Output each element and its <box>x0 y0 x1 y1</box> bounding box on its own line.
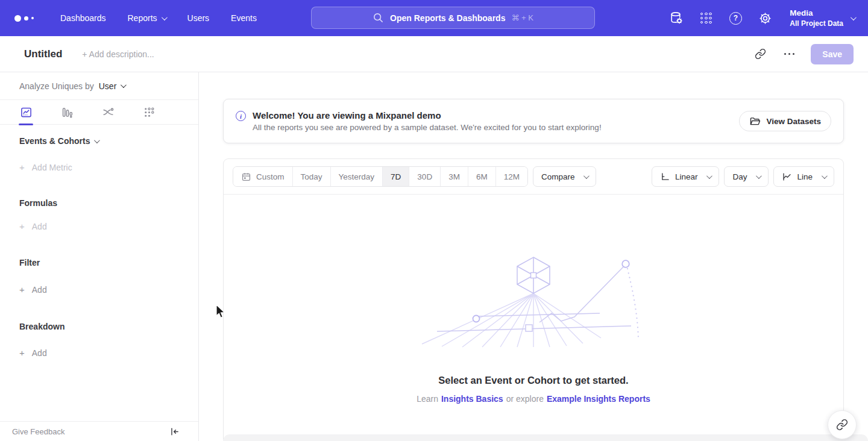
axis-icon <box>660 172 670 182</box>
search-icon <box>373 12 384 23</box>
banner-title: Welcome! You are viewing a Mixpanel demo <box>253 110 602 120</box>
compare-dropdown[interactable]: Compare <box>533 166 597 187</box>
tab-funnels[interactable] <box>60 100 74 125</box>
chevron-down-icon <box>583 173 590 179</box>
nav-users[interactable]: Users <box>187 13 210 23</box>
global-search-input[interactable]: Open Reports & Dashboards ⌘ + K <box>311 7 595 29</box>
folder-icon <box>749 116 761 127</box>
report-canvas: i Welcome! You are viewing a Mixpanel de… <box>199 72 868 441</box>
add-formula-button[interactable]: + Add <box>19 221 198 231</box>
range-custom[interactable]: Custom <box>233 167 292 186</box>
chevron-down-icon <box>756 173 762 179</box>
tab-flows[interactable] <box>101 100 115 125</box>
project-name: Media <box>790 8 843 19</box>
chart-controls: Custom Today Yesterday 7D 30D 3M 6M 12M … <box>224 159 843 195</box>
settings-gear-icon[interactable] <box>758 11 772 25</box>
learn-prefix: Learn <box>417 394 438 404</box>
nav-reports[interactable]: Reports <box>128 13 166 23</box>
empty-state: Select an Event or Cohort to get started… <box>224 195 843 404</box>
info-icon: i <box>236 111 246 121</box>
date-range-segmented-control: Custom Today Yesterday 7D 30D 3M 6M 12M <box>233 166 528 187</box>
example-insights-reports-link[interactable]: Example Insights Reports <box>547 394 650 404</box>
analyze-label: Analyze Uniques by <box>19 81 94 91</box>
insights-chart-card: Custom Today Yesterday 7D 30D 3M 6M 12M … <box>223 158 844 441</box>
chevron-down-icon <box>822 173 828 179</box>
mixpanel-insights-page: Dashboards Reports Users Events Open Rep… <box>0 0 868 441</box>
report-header: Untitled + Add description... Save <box>0 36 868 72</box>
chevron-down-icon <box>706 173 712 179</box>
filter-section-label: Filter <box>19 258 198 267</box>
chevron-down-icon <box>161 14 167 20</box>
explore-middle: or explore <box>506 394 544 404</box>
analyze-by-dropdown[interactable]: User <box>99 81 125 91</box>
granularity-dropdown[interactable]: Day <box>724 166 769 187</box>
insights-basics-link[interactable]: Insights Basics <box>441 394 503 404</box>
project-dataset: All Project Data <box>790 19 843 28</box>
copy-link-icon[interactable] <box>753 47 767 61</box>
range-yesterday[interactable]: Yesterday <box>330 167 383 186</box>
more-options-icon[interactable] <box>782 47 796 61</box>
chevron-down-icon <box>121 82 127 88</box>
breakdown-section-label: Breakdown <box>19 322 198 331</box>
chevron-down-icon <box>851 14 857 20</box>
nav-dashboards[interactable]: Dashboards <box>60 13 106 23</box>
range-3m[interactable]: 3M <box>440 167 468 186</box>
view-datasets-button[interactable]: View Datasets <box>739 111 831 131</box>
search-placeholder: Open Reports & Dashboards <box>390 13 505 23</box>
top-nav: Dashboards Reports Users Events Open Rep… <box>0 0 868 36</box>
calendar-icon <box>241 172 251 182</box>
add-breakdown-button[interactable]: + Add <box>19 348 198 358</box>
add-description-field[interactable]: + Add description... <box>82 49 154 59</box>
bottom-panel-edge <box>223 434 868 441</box>
data-management-icon[interactable] <box>669 11 684 25</box>
chart-type-dropdown[interactable]: Line <box>773 166 834 187</box>
add-metric-button[interactable]: + Add Metric <box>19 162 198 172</box>
insights-chart-icon <box>20 106 33 119</box>
line-chart-icon <box>782 172 792 182</box>
welcome-banner: i Welcome! You are viewing a Mixpanel de… <box>223 99 844 143</box>
give-feedback-link[interactable]: Give Feedback <box>12 427 64 436</box>
scale-dropdown[interactable]: Linear <box>652 166 720 187</box>
query-builder-sidebar: Analyze Uniques by User <box>0 72 199 441</box>
range-12m[interactable]: 12M <box>495 167 527 186</box>
retention-grid-icon <box>143 106 156 119</box>
range-30d[interactable]: 30D <box>409 167 440 186</box>
project-selector[interactable]: Media All Project Data <box>790 8 855 28</box>
help-icon[interactable]: ? <box>728 11 743 25</box>
empty-state-illustration <box>419 255 648 348</box>
search-shortcut-hint: ⌘ + K <box>511 13 533 22</box>
flows-icon <box>102 106 115 119</box>
link-icon <box>836 419 848 431</box>
events-cohorts-section[interactable]: Events & Cohorts <box>19 136 198 146</box>
report-title[interactable]: Untitled <box>24 48 62 60</box>
bar-chart-icon <box>61 106 74 119</box>
range-7d[interactable]: 7D <box>382 167 409 186</box>
formulas-section-label: Formulas <box>19 198 198 208</box>
nav-events[interactable]: Events <box>231 13 257 23</box>
chevron-down-icon <box>94 137 100 143</box>
range-6m[interactable]: 6M <box>468 167 495 186</box>
collapse-sidebar-icon[interactable] <box>167 424 181 439</box>
share-link-fab[interactable] <box>828 410 857 439</box>
add-filter-button[interactable]: + Add <box>19 284 198 295</box>
save-button[interactable]: Save <box>811 44 854 64</box>
tab-insights[interactable] <box>19 100 33 125</box>
banner-subtitle: All the reports you see are powered by a… <box>253 123 602 132</box>
visualization-tabs <box>0 100 198 125</box>
tab-retention[interactable] <box>142 100 156 125</box>
range-today[interactable]: Today <box>292 167 330 186</box>
empty-state-title: Select an Event or Cohort to get started… <box>438 375 628 386</box>
mixpanel-logo-icon[interactable] <box>14 15 41 22</box>
apps-grid-icon[interactable] <box>699 11 713 25</box>
